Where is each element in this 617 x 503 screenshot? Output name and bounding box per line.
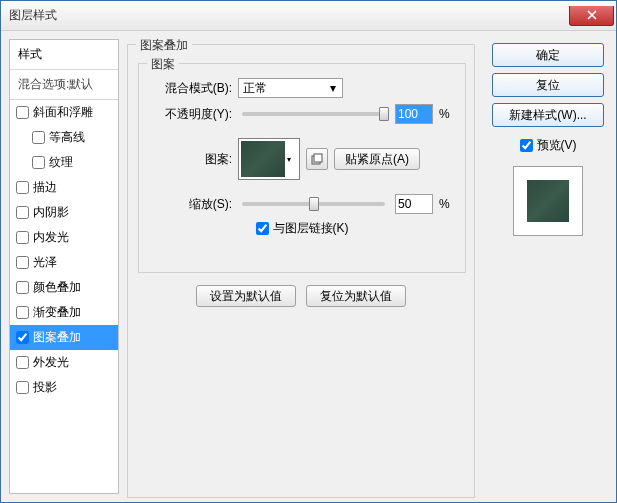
style-checkbox[interactable] bbox=[16, 331, 29, 344]
new-style-button[interactable]: 新建样式(W)... bbox=[492, 103, 604, 127]
opacity-input[interactable] bbox=[395, 104, 433, 124]
style-checkbox[interactable] bbox=[32, 131, 45, 144]
pattern-group: 图案 混合模式(B): 正常 ▾ 不透明度(Y): bbox=[138, 63, 466, 273]
style-checkbox[interactable] bbox=[16, 381, 29, 394]
style-item-9[interactable]: 图案叠加 bbox=[10, 325, 118, 350]
style-checkbox[interactable] bbox=[16, 106, 29, 119]
style-checkbox[interactable] bbox=[16, 306, 29, 319]
style-item-10[interactable]: 外发光 bbox=[10, 350, 118, 375]
style-item-0[interactable]: 斜面和浮雕 bbox=[10, 100, 118, 125]
blend-mode-value: 正常 bbox=[243, 80, 267, 97]
scale-label: 缩放(S): bbox=[147, 196, 232, 213]
link-with-layer-label: 与图层链接(K) bbox=[273, 220, 349, 237]
titlebar: 图层样式 bbox=[1, 1, 616, 31]
new-preset-button[interactable] bbox=[306, 148, 328, 170]
style-item-5[interactable]: 内发光 bbox=[10, 225, 118, 250]
preview-box bbox=[513, 166, 583, 236]
style-list-panel: 样式 混合选项:默认 斜面和浮雕等高线纹理描边内阴影内发光光泽颜色叠加渐变叠加图… bbox=[9, 39, 119, 494]
ok-button[interactable]: 确定 bbox=[492, 43, 604, 67]
style-item-3[interactable]: 描边 bbox=[10, 175, 118, 200]
preview-checkbox[interactable] bbox=[520, 139, 533, 152]
chevron-down-icon: ▾ bbox=[287, 155, 297, 164]
style-checkbox[interactable] bbox=[16, 356, 29, 369]
style-checkbox[interactable] bbox=[16, 256, 29, 269]
blend-mode-label: 混合模式(B): bbox=[147, 80, 232, 97]
style-item-7[interactable]: 颜色叠加 bbox=[10, 275, 118, 300]
style-item-1[interactable]: 等高线 bbox=[10, 125, 118, 150]
scale-input[interactable] bbox=[395, 194, 433, 214]
style-item-label: 斜面和浮雕 bbox=[33, 104, 93, 121]
pattern-group-title: 图案 bbox=[147, 56, 179, 73]
style-item-11[interactable]: 投影 bbox=[10, 375, 118, 400]
link-with-layer-checkbox[interactable] bbox=[256, 222, 269, 235]
style-checkbox[interactable] bbox=[16, 281, 29, 294]
style-item-label: 光泽 bbox=[33, 254, 57, 271]
pattern-swatch bbox=[241, 141, 285, 177]
style-item-label: 等高线 bbox=[49, 129, 85, 146]
style-item-6[interactable]: 光泽 bbox=[10, 250, 118, 275]
chevron-down-icon: ▾ bbox=[326, 81, 340, 95]
right-panel: 确定 复位 新建样式(W)... 预览(V) bbox=[488, 39, 608, 494]
content-area: 样式 混合选项:默认 斜面和浮雕等高线纹理描边内阴影内发光光泽颜色叠加渐变叠加图… bbox=[1, 31, 616, 502]
percent-label: % bbox=[439, 197, 457, 211]
style-list-header: 样式 bbox=[10, 40, 118, 70]
style-checkbox[interactable] bbox=[16, 181, 29, 194]
percent-label: % bbox=[439, 107, 457, 121]
cancel-button[interactable]: 复位 bbox=[492, 73, 604, 97]
main-panel: 图案叠加 图案 混合模式(B): 正常 ▾ 不透明度(Y): bbox=[127, 39, 480, 494]
pattern-overlay-group: 图案叠加 图案 混合模式(B): 正常 ▾ 不透明度(Y): bbox=[127, 44, 475, 498]
blending-options-item[interactable]: 混合选项:默认 bbox=[10, 70, 118, 100]
scale-slider[interactable] bbox=[242, 202, 385, 206]
svg-rect-1 bbox=[314, 154, 322, 162]
snap-origin-button[interactable]: 贴紧原点(A) bbox=[334, 148, 420, 170]
preview-label: 预览(V) bbox=[537, 137, 577, 154]
slider-thumb[interactable] bbox=[379, 107, 389, 121]
opacity-label: 不透明度(Y): bbox=[147, 106, 232, 123]
style-item-label: 内发光 bbox=[33, 229, 69, 246]
style-item-label: 颜色叠加 bbox=[33, 279, 81, 296]
close-button[interactable] bbox=[569, 6, 614, 26]
style-checkbox[interactable] bbox=[32, 156, 45, 169]
style-item-label: 内阴影 bbox=[33, 204, 69, 221]
window-title: 图层样式 bbox=[9, 7, 57, 24]
style-item-8[interactable]: 渐变叠加 bbox=[10, 300, 118, 325]
style-checkbox[interactable] bbox=[16, 231, 29, 244]
style-item-2[interactable]: 纹理 bbox=[10, 150, 118, 175]
style-item-label: 纹理 bbox=[49, 154, 73, 171]
preview-image bbox=[527, 180, 569, 222]
style-item-label: 投影 bbox=[33, 379, 57, 396]
style-checkbox[interactable] bbox=[16, 206, 29, 219]
new-preset-icon bbox=[311, 153, 323, 165]
reset-default-button[interactable]: 复位为默认值 bbox=[306, 285, 406, 307]
style-item-label: 外发光 bbox=[33, 354, 69, 371]
set-default-button[interactable]: 设置为默认值 bbox=[196, 285, 296, 307]
style-item-label: 描边 bbox=[33, 179, 57, 196]
style-item-label: 渐变叠加 bbox=[33, 304, 81, 321]
pattern-label: 图案: bbox=[147, 151, 232, 168]
slider-thumb[interactable] bbox=[309, 197, 319, 211]
style-item-label: 图案叠加 bbox=[33, 329, 81, 346]
layer-style-dialog: 图层样式 样式 混合选项:默认 斜面和浮雕等高线纹理描边内阴影内发光光泽颜色叠加… bbox=[0, 0, 617, 503]
opacity-slider[interactable] bbox=[242, 112, 385, 116]
group-title: 图案叠加 bbox=[136, 37, 192, 54]
style-item-4[interactable]: 内阴影 bbox=[10, 200, 118, 225]
pattern-picker[interactable]: ▾ bbox=[238, 138, 300, 180]
blend-mode-combo[interactable]: 正常 ▾ bbox=[238, 78, 343, 98]
close-icon bbox=[587, 10, 597, 20]
